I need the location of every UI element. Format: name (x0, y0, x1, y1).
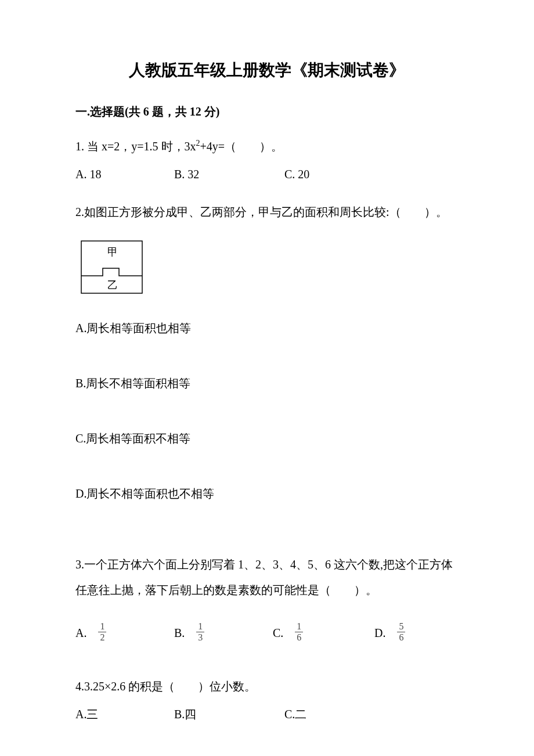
q1-option-c: C. 20 (284, 163, 383, 186)
question-3-options: A. 1 2 B. 1 3 C. 1 6 D. 5 6 (75, 620, 459, 646)
q3-d-numerator: 5 (397, 622, 405, 632)
q1-text-prefix: 1. 当 x=2，y=1.5 时，3x (75, 140, 196, 153)
figure-label-jia: 甲 (107, 246, 118, 258)
q3-b-denominator: 3 (196, 632, 204, 642)
question-3: 3.一个正方体六个面上分别写着 1、2、3、4、5、6 这六个数,把这个正方体任… (75, 552, 459, 646)
q3-a-denominator: 2 (98, 632, 106, 642)
q3-option-a: A. 1 2 (75, 620, 174, 646)
q3-option-d: D. 5 6 (374, 620, 456, 646)
question-2-options: A.周长相等面积也相等 B.周长不相等面积相等 C.周长相等面积不相等 D.周长… (75, 316, 459, 537)
q4-option-a: A.三 (75, 703, 174, 726)
q1-exponent: 2 (196, 139, 200, 147)
q4-option-b: B.四 (174, 703, 284, 726)
q2-option-a: A.周长相等面积也相等 (75, 316, 459, 340)
q3-c-denominator: 6 (295, 632, 303, 642)
q2-option-c: C.周长相等面积不相等 (75, 427, 459, 450)
square-figure-icon: 甲 乙 (78, 238, 148, 296)
fraction-icon: 1 6 (295, 622, 303, 642)
question-1-options: A. 18 B. 32 C. 20 (75, 163, 459, 186)
q1-text-suffix: +4y=（ ）。 (200, 140, 283, 153)
q3-option-c: C. 1 6 (273, 620, 374, 646)
q3-d-denominator: 6 (397, 632, 405, 642)
section-header: 一.选择题(共 6 题，共 12 分) (75, 103, 459, 120)
fraction-icon: 5 6 (397, 622, 405, 642)
q3-c-numerator: 1 (295, 622, 303, 632)
fraction-icon: 1 3 (196, 622, 204, 642)
question-3-text: 3.一个正方体六个面上分别写着 1、2、3、4、5、6 这六个数,把这个正方体任… (75, 552, 459, 603)
q3-c-label: C. (273, 620, 283, 646)
question-2-figure: 甲 乙 (78, 238, 459, 296)
fraction-icon: 1 2 (98, 622, 106, 642)
question-2-text: 2.如图正方形被分成甲、乙两部分，甲与乙的面积和周长比较:（ ）。 (75, 200, 459, 224)
q1-option-b: B. 32 (174, 163, 284, 186)
question-1-text: 1. 当 x=2，y=1.5 时，3x2+4y=（ ）。 (75, 135, 459, 158)
q4-option-c: C.二 (284, 703, 383, 726)
q2-option-b: B.周长不相等面积相等 (75, 372, 459, 395)
q2-option-d: D.周长不相等面积也不相等 (75, 482, 459, 505)
q3-d-label: D. (374, 620, 385, 646)
question-1: 1. 当 x=2，y=1.5 时，3x2+4y=（ ）。 A. 18 B. 32… (75, 135, 459, 186)
q1-option-a: A. 18 (75, 163, 174, 186)
q3-option-b: B. 1 3 (174, 620, 273, 646)
page-title: 人教版五年级上册数学《期末测试卷》 (75, 58, 459, 82)
q3-a-label: A. (75, 620, 86, 646)
question-4-text: 4.3.25×2.6 的积是（ ）位小数。 (75, 675, 459, 698)
question-4-options: A.三 B.四 C.二 (75, 703, 459, 726)
question-4: 4.3.25×2.6 的积是（ ）位小数。 A.三 B.四 C.二 (75, 675, 459, 726)
q3-a-numerator: 1 (98, 622, 106, 632)
question-2: 2.如图正方形被分成甲、乙两部分，甲与乙的面积和周长比较:（ ）。 甲 乙 A.… (75, 200, 459, 537)
q3-b-label: B. (174, 620, 185, 646)
q3-b-numerator: 1 (196, 622, 204, 632)
figure-label-yi: 乙 (107, 279, 118, 291)
